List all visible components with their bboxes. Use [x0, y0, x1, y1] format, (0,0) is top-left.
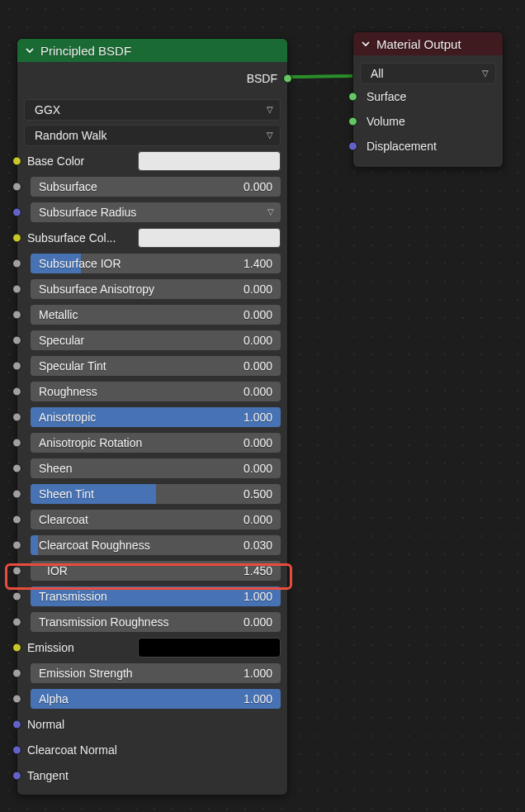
- specular-field[interactable]: Specular 0.000: [31, 330, 281, 350]
- node-title: Material Output: [376, 37, 461, 51]
- node-title: Principled BSDF: [40, 44, 131, 58]
- node-header[interactable]: Principled BSDF: [17, 39, 287, 62]
- volume-label: Volume: [367, 115, 405, 128]
- socket-base-color[interactable]: [12, 156, 21, 165]
- chevron-down-icon: [24, 45, 35, 56]
- subsurface-radius-field[interactable]: Subsurface Radius ▽: [31, 202, 281, 222]
- material-output-node[interactable]: Material Output All ▽ Surface Volume Dis…: [352, 31, 504, 168]
- socket-clearcoat-roughness[interactable]: [12, 540, 21, 549]
- output-bsdf-label: BSDF: [247, 72, 277, 85]
- target-value: All: [371, 67, 384, 80]
- chevron-down-icon: ▽: [267, 131, 273, 140]
- node-header[interactable]: Material Output: [353, 32, 503, 55]
- socket-clearcoat-normal[interactable]: [12, 745, 21, 754]
- socket-sheen-tint[interactable]: [12, 489, 21, 498]
- chevron-down-icon: [360, 38, 371, 50]
- alpha-field[interactable]: Alpha 1.000: [31, 689, 281, 709]
- anisotropic-field[interactable]: Anisotropic 1.000: [31, 407, 281, 427]
- subsurface-color-swatch[interactable]: [138, 228, 281, 248]
- socket-normal[interactable]: [12, 719, 21, 729]
- anisotropic-rotation-field[interactable]: Anisotropic Rotation 0.000: [31, 433, 281, 453]
- ior-field[interactable]: IOR 1.450: [31, 561, 281, 581]
- principled-bsdf-node[interactable]: Principled BSDF BSDF GGX ▽ Random Walk ▽…: [17, 38, 288, 795]
- socket-subsurface-ior[interactable]: [12, 259, 21, 268]
- socket-tangent[interactable]: [12, 771, 21, 780]
- socket-subsurface[interactable]: [12, 182, 21, 191]
- sheen-field[interactable]: Sheen 0.000: [31, 458, 281, 478]
- emission-label: Emission: [24, 641, 131, 654]
- base-color-swatch[interactable]: [138, 151, 281, 171]
- sheen-tint-field[interactable]: Sheen Tint 0.500: [31, 484, 281, 504]
- socket-metallic[interactable]: [12, 310, 21, 319]
- socket-sheen[interactable]: [12, 463, 21, 472]
- metallic-field[interactable]: Metallic 0.000: [31, 305, 281, 325]
- clearcoat-field[interactable]: Clearcoat 0.000: [31, 510, 281, 529]
- base-color-label: Base Color: [24, 154, 131, 168]
- socket-subsurface-anisotropy[interactable]: [12, 284, 21, 293]
- chevron-down-icon: ▽: [482, 69, 489, 78]
- socket-ior[interactable]: [12, 566, 21, 575]
- clearcoat-normal-label: Clearcoat Normal: [24, 743, 117, 757]
- socket-volume[interactable]: [348, 117, 357, 126]
- socket-specular-tint[interactable]: [12, 361, 21, 370]
- socket-transmission-roughness[interactable]: [12, 617, 21, 626]
- socket-emission[interactable]: [12, 643, 21, 652]
- emission-strength-field[interactable]: Emission Strength 1.000: [31, 663, 281, 683]
- clearcoat-roughness-field[interactable]: Clearcoat Roughness 0.030: [31, 535, 281, 555]
- distribution-value: GGX: [35, 103, 60, 116]
- displacement-label: Displacement: [367, 140, 437, 153]
- socket-displacement[interactable]: [348, 142, 357, 151]
- target-dropdown[interactable]: All ▽: [360, 63, 496, 84]
- socket-transmission[interactable]: [12, 591, 21, 601]
- socket-subsurface-radius[interactable]: [12, 207, 21, 216]
- socket-clearcoat[interactable]: [12, 515, 21, 524]
- roughness-field[interactable]: Roughness 0.000: [31, 382, 281, 401]
- socket-specular[interactable]: [12, 335, 21, 344]
- socket-emission-strength[interactable]: [12, 668, 21, 677]
- chevron-down-icon: ▽: [267, 207, 274, 216]
- subsurface-method-value: Random Walk: [35, 129, 106, 142]
- subsurface-color-label: Subsurface Col...: [24, 231, 131, 245]
- socket-surface[interactable]: [348, 93, 357, 102]
- socket-output-bsdf[interactable]: [283, 74, 292, 83]
- tangent-label: Tangent: [24, 769, 69, 782]
- subsurface-ior-field[interactable]: Subsurface IOR 1.400: [31, 254, 281, 273]
- subsurface-anisotropy-field[interactable]: Subsurface Anisotropy 0.000: [31, 279, 281, 299]
- ior-row: IOR 1.450: [24, 559, 281, 582]
- chevron-down-icon: ▽: [267, 105, 273, 114]
- subsurface-field[interactable]: Subsurface 0.000: [31, 177, 281, 197]
- normal-label: Normal: [24, 718, 64, 731]
- socket-alpha[interactable]: [12, 694, 21, 703]
- distribution-dropdown[interactable]: GGX ▽: [24, 99, 281, 121]
- surface-label: Surface: [367, 90, 406, 103]
- specular-tint-field[interactable]: Specular Tint 0.000: [31, 356, 281, 376]
- socket-anisotropic[interactable]: [12, 412, 21, 421]
- emission-swatch[interactable]: [138, 638, 281, 658]
- socket-anisotropic-rotation[interactable]: [12, 438, 21, 447]
- socket-subsurface-color[interactable]: [12, 233, 21, 242]
- transmission-field[interactable]: Transmission 1.000: [31, 586, 281, 606]
- socket-roughness[interactable]: [12, 387, 21, 396]
- transmission-roughness-field[interactable]: Transmission Roughness 0.000: [31, 612, 281, 632]
- subsurface-method-dropdown[interactable]: Random Walk ▽: [24, 125, 281, 146]
